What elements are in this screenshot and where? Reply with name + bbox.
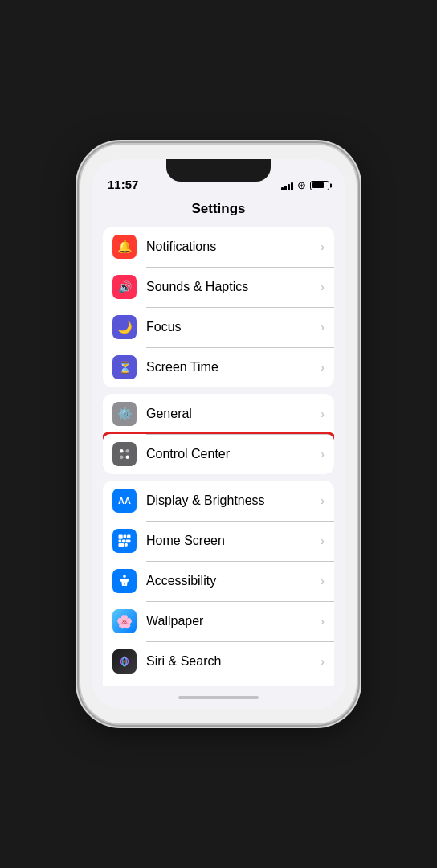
chevron-icon: › xyxy=(321,448,325,461)
phone-screen: 11:57 ⊛ Settings xyxy=(92,159,345,709)
svg-point-3 xyxy=(126,456,130,460)
notifications-icon: 🔔 xyxy=(112,235,137,259)
settings-item-face-id[interactable]: Face ID & Passcode › xyxy=(103,682,334,686)
settings-item-siri[interactable]: Siri & Search › xyxy=(103,641,334,682)
chevron-icon: › xyxy=(321,280,325,293)
screen-time-icon: ⏳ xyxy=(112,355,137,379)
svg-point-2 xyxy=(120,456,124,460)
accessibility-label: Accessibility xyxy=(146,574,321,588)
svg-rect-9 xyxy=(126,540,131,543)
signal-icon xyxy=(281,181,293,190)
settings-item-sounds[interactable]: 🔊 Sounds & Haptics › xyxy=(103,267,334,307)
siri-icon xyxy=(112,649,137,674)
display-icon: AA xyxy=(112,489,137,513)
battery-icon xyxy=(310,181,329,190)
settings-item-display[interactable]: AA Display & Brightness › xyxy=(103,481,334,521)
display-label: Display & Brightness xyxy=(146,493,321,508)
wallpaper-icon: 🌸 xyxy=(112,609,137,633)
svg-rect-7 xyxy=(119,540,122,543)
settings-item-home-screen[interactable]: Home Screen › xyxy=(103,521,334,561)
accessibility-icon xyxy=(112,569,137,593)
sounds-label: Sounds & Haptics xyxy=(146,280,321,294)
svg-point-0 xyxy=(120,449,124,453)
settings-group-2: ⚙️ General › Control Center xyxy=(103,394,334,474)
chevron-icon: › xyxy=(321,655,325,668)
chevron-icon: › xyxy=(321,534,325,547)
siri-label: Siri & Search xyxy=(146,654,321,669)
svg-point-15 xyxy=(124,661,126,663)
settings-item-wallpaper[interactable]: 🌸 Wallpaper › xyxy=(103,601,334,641)
svg-point-1 xyxy=(126,449,130,453)
general-label: General xyxy=(146,407,321,421)
svg-rect-8 xyxy=(122,540,125,543)
sounds-icon: 🔊 xyxy=(112,275,137,299)
page-title: Settings xyxy=(92,194,345,227)
notch xyxy=(166,159,271,182)
settings-item-general[interactable]: ⚙️ General › xyxy=(103,394,334,434)
settings-group-1: 🔔 Notifications › 🔊 Sounds & Haptics › 🌙 xyxy=(103,227,334,387)
phone-frame: 11:57 ⊛ Settings xyxy=(80,145,357,723)
wallpaper-label: Wallpaper xyxy=(146,614,321,628)
chevron-icon: › xyxy=(321,407,325,420)
svg-rect-6 xyxy=(127,535,131,539)
settings-item-screen-time[interactable]: ⏳ Screen Time › xyxy=(103,347,334,387)
chevron-icon: › xyxy=(321,240,325,253)
settings-item-notifications[interactable]: 🔔 Notifications › xyxy=(103,227,334,267)
wifi-icon: ⊛ xyxy=(297,179,306,191)
notifications-label: Notifications xyxy=(146,240,321,254)
focus-label: Focus xyxy=(146,320,321,334)
home-bar xyxy=(92,686,345,709)
chevron-icon: › xyxy=(321,321,325,334)
status-icons: ⊛ xyxy=(281,179,329,191)
focus-icon: 🌙 xyxy=(112,315,137,339)
settings-item-accessibility[interactable]: Accessibility › xyxy=(103,561,334,601)
settings-item-control-center[interactable]: Control Center › xyxy=(103,432,334,474)
svg-point-12 xyxy=(123,575,126,578)
svg-rect-10 xyxy=(119,543,125,547)
chevron-icon: › xyxy=(321,361,325,374)
svg-rect-4 xyxy=(119,535,123,539)
page-content: Settings 🔔 Notifications › 🔊 Sounds & Ha… xyxy=(92,194,345,686)
chevron-icon: › xyxy=(321,494,325,507)
home-screen-label: Home Screen xyxy=(146,534,321,548)
chevron-icon: › xyxy=(321,615,325,628)
svg-rect-11 xyxy=(125,543,128,547)
settings-group-3: AA Display & Brightness › xyxy=(103,481,334,686)
chevron-icon: › xyxy=(321,575,325,588)
screen-time-label: Screen Time xyxy=(146,360,321,375)
home-bar-line xyxy=(178,696,259,699)
general-icon: ⚙️ xyxy=(112,402,137,426)
home-screen-icon xyxy=(112,529,137,553)
svg-rect-5 xyxy=(124,535,127,538)
settings-item-focus[interactable]: 🌙 Focus › xyxy=(103,307,334,347)
status-time: 11:57 xyxy=(108,178,138,191)
control-center-icon xyxy=(112,442,137,466)
control-center-label: Control Center xyxy=(146,447,321,461)
